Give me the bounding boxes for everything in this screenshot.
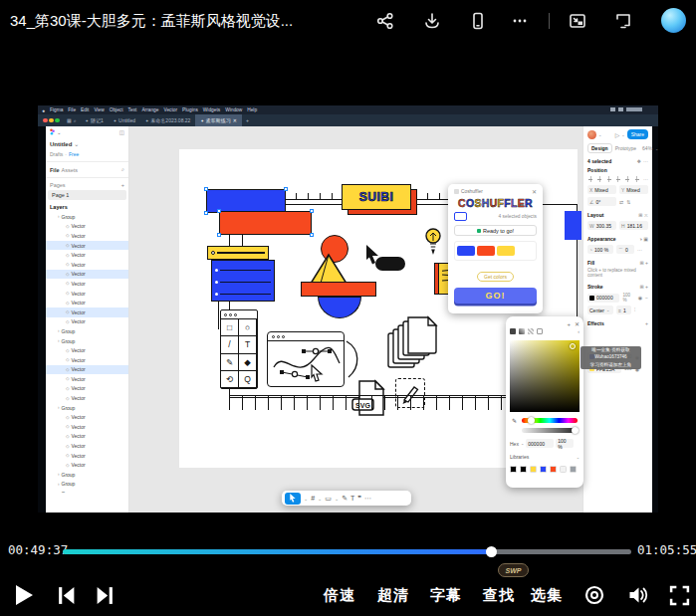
volume-icon[interactable]: [626, 584, 649, 606]
bezier-curve: [268, 341, 344, 385]
add-effect-icon: +: [645, 320, 648, 326]
speed-button[interactable]: 倍速: [324, 586, 355, 605]
yellow-list-bar: [207, 246, 269, 260]
play-button[interactable]: [16, 585, 33, 605]
color-gradient-field: [510, 340, 580, 412]
layers-label: Layers: [50, 204, 68, 210]
orange-rectangle: [219, 211, 312, 235]
chevron-icon: ‹: [578, 328, 580, 334]
text-tool: T: [350, 495, 354, 502]
share-icon[interactable]: [375, 11, 395, 31]
figma-tab: ✦未命名2023.08.22: [140, 114, 195, 126]
menu-vector: Vector: [163, 107, 177, 112]
layers-list: ›Group◇Vector◇Vector◇Vector◇Vector◇Vecto…: [46, 212, 128, 493]
toolbox-glyph: ⟲: [221, 371, 239, 388]
color-swatch[interactable]: [550, 466, 557, 473]
solid-paint-icon: [510, 328, 516, 334]
x-field: XMixed: [587, 185, 616, 194]
fill-label: Fill: [587, 260, 594, 266]
next-button[interactable]: [94, 585, 116, 606]
pattern-paint-icon: [537, 328, 543, 334]
watermark: 唯一全集·资料获取Wuhao1673746学习资料请加左上角: [580, 346, 641, 369]
layout-label: Layout: [587, 212, 603, 218]
search-icon: ⌕: [74, 117, 77, 124]
layer-row: ◇Vector: [46, 345, 128, 355]
figma-menubar: ● FigmaFileEditViewObjectTextArrangeVect…: [38, 105, 658, 114]
toolbox-glyph: ✎: [221, 354, 239, 371]
stroke-color-field: 000000: [587, 294, 619, 303]
color-swatch[interactable]: [570, 466, 577, 473]
color-swatch[interactable]: [540, 466, 547, 473]
connector-line: [242, 235, 243, 246]
layer-row: ◇Vector: [46, 384, 128, 394]
subtitle-button[interactable]: 字幕: [430, 586, 462, 605]
find-button[interactable]: 查找: [483, 586, 515, 605]
layer-row: ◇Vector: [46, 441, 128, 451]
toolbox-glyph: T: [239, 336, 257, 353]
color-swatch[interactable]: [530, 466, 537, 473]
collapse-icon: ◫: [119, 129, 124, 135]
pip-icon[interactable]: [568, 11, 587, 31]
layer-row: ◇Vector: [46, 250, 128, 260]
color-swatch[interactable]: [560, 466, 567, 473]
progress-thumb[interactable]: [486, 546, 497, 557]
close-tab-icon: ✕: [233, 117, 237, 123]
quality-button[interactable]: 超清: [377, 586, 409, 605]
more-icon[interactable]: [510, 11, 530, 31]
library-dropdown[interactable]: Libraries: [510, 454, 529, 460]
add-icon: +: [567, 321, 571, 327]
cast-icon[interactable]: [613, 11, 633, 31]
actions-menu: ⋯: [364, 495, 371, 503]
menu-file: File: [68, 107, 76, 112]
color-field-thumb: [570, 343, 576, 349]
document-color-swatches: [510, 466, 580, 473]
add-page-icon: +: [121, 182, 124, 188]
visibility-icon: ◉: [638, 295, 642, 301]
layer-row: ›Group: [46, 403, 128, 413]
hex-input[interactable]: 000000: [526, 439, 554, 448]
hex-mode-label: Hex: [510, 441, 519, 447]
tab-prototype: Prototype: [615, 145, 636, 151]
stroke-label: Stroke: [587, 284, 603, 290]
share-button: Share: [627, 129, 648, 139]
sidebar-tab-file: File: [50, 167, 59, 173]
minimize-traffic-light: [49, 118, 54, 123]
menu-figma: Figma: [50, 107, 63, 112]
fullscreen-icon[interactable]: [669, 585, 690, 606]
progress-track[interactable]: [63, 549, 631, 554]
previous-button[interactable]: [56, 585, 78, 606]
menu-widgets: Widgets: [203, 107, 220, 112]
layer-row: ◇Vector: [46, 365, 128, 375]
figma-tab: ✦孟菲斯练习✕: [195, 114, 242, 126]
layer-row: ›Group: [46, 480, 128, 490]
alpha-thumb: [572, 427, 579, 434]
zoom-level: 64%: [642, 145, 652, 151]
avatar[interactable]: [661, 8, 686, 33]
layer-row: ›Group: [46, 326, 128, 336]
plugin-window: Coshuffler ✕ COSHUFFLER 4 selected objec…: [448, 184, 543, 313]
danmaku-settings-icon[interactable]: [583, 584, 605, 606]
video-content-figma[interactable]: ● FigmaFileEditViewObjectTextArrangeVect…: [38, 105, 658, 513]
frame-tool: #: [311, 495, 315, 502]
dice-button: [454, 212, 467, 221]
go-button: GO!: [454, 288, 537, 304]
current-time: 00:49:37: [8, 542, 68, 557]
layer-row: ◇Vector: [46, 412, 128, 422]
mobile-icon[interactable]: [468, 11, 488, 31]
color-picker-panel: +✕ ‹ ✎ Hex⌄ 000: [506, 316, 583, 488]
stroke-align-dropdown: Center⌄: [587, 306, 613, 314]
opacity-input[interactable]: 100 %: [556, 439, 574, 448]
download-icon[interactable]: [422, 11, 442, 31]
alpha-slider: [522, 428, 578, 433]
episodes-button[interactable]: 选集: [531, 586, 563, 605]
component-icon: ❖: [637, 158, 641, 164]
remove-icon: −: [645, 295, 648, 301]
layer-row: ›Group: [46, 336, 128, 346]
color-swatch[interactable]: [510, 466, 517, 473]
layer-row: ›Group: [46, 470, 128, 480]
close-icon: ✕: [575, 320, 580, 327]
color-swatch[interactable]: [520, 466, 527, 473]
advanced-stroke-icon: ⫶: [634, 307, 635, 313]
menu-help: Help: [247, 107, 257, 112]
palette-swatch: [477, 246, 495, 256]
